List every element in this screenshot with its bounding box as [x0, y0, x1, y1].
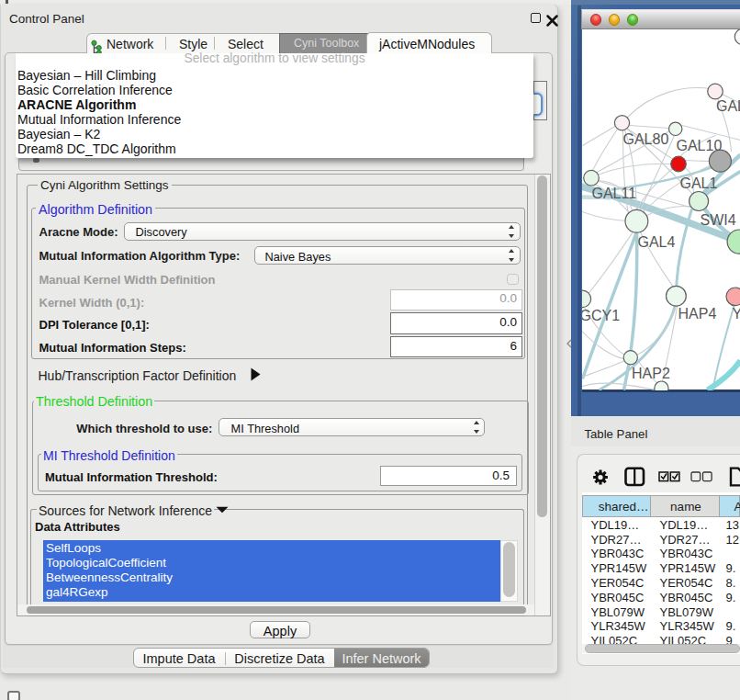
svg-text:HAP2: HAP2 [632, 365, 670, 380]
svg-text:GAL80: GAL80 [622, 131, 668, 147]
svg-text:GCY1: GCY1 [582, 308, 620, 323]
svg-text:Y: Y [732, 306, 740, 322]
svg-text:GAL10: GAL10 [676, 137, 722, 152]
svg-text:SWI4: SWI4 [700, 211, 735, 227]
svg-text:GAL11: GAL11 [591, 186, 636, 201]
svg-text:GAL4: GAL4 [637, 233, 675, 249]
svg-text:GAL1: GAL1 [679, 175, 717, 191]
svg-text:HAP4: HAP4 [678, 306, 716, 322]
svg-text:GAL: GAL [716, 98, 740, 114]
